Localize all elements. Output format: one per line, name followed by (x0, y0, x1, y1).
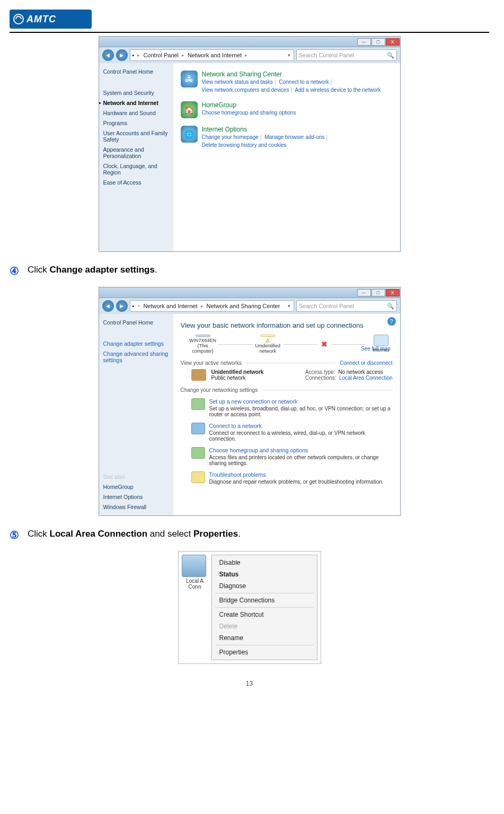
bench-icon (191, 369, 206, 381)
main-panel: 🖧 Network and Sharing Center View networ… (173, 63, 400, 251)
see-full-map-link[interactable]: See full map (361, 346, 391, 352)
network-type: Public network (211, 375, 264, 381)
category-row: 🖧 Network and Sharing Center View networ… (181, 71, 393, 94)
context-menu-item[interactable]: Bridge Connections (212, 594, 317, 606)
task-link[interactable]: Choose homegroup and sharing options (209, 447, 393, 453)
category-title[interactable]: Internet Options (202, 126, 330, 133)
breadcrumb[interactable]: ▪ ▸ Control Panel ▸ Network and Internet… (130, 49, 294, 61)
back-button[interactable]: ◄ (102, 300, 114, 312)
homegroup-sharing-icon (191, 447, 205, 459)
maximize-button[interactable]: □ (372, 38, 385, 46)
sidebar-item[interactable]: Programs (103, 120, 169, 126)
sidebar-item[interactable]: Control Panel Home (103, 68, 169, 75)
breadcrumb-item[interactable]: Network and Internet (143, 303, 197, 309)
minimize-button[interactable]: ─ (357, 289, 371, 296)
context-menu-item[interactable]: Disable (212, 557, 317, 568)
main-panel: ? View your basic network information an… (173, 314, 400, 515)
sidebar-seealso-label: See also (103, 474, 169, 480)
breadcrumb-icon: ▪ (132, 52, 135, 58)
close-button[interactable]: X (386, 38, 400, 46)
sidebar-item[interactable]: System and Security (103, 90, 169, 96)
link[interactable]: View network status and tasks (202, 79, 273, 85)
breadcrumb-sep: ▸ (137, 52, 140, 58)
search-input[interactable]: Search Control Panel 🔍 (296, 49, 397, 61)
header-divider (10, 32, 489, 33)
forward-button[interactable]: ► (116, 300, 128, 312)
category-row: 🌐 Internet Options Change your homepage|… (181, 126, 393, 149)
category-title[interactable]: HomeGroup (202, 101, 296, 109)
sidebar-link-change-adapter[interactable]: Change adapter settings (103, 340, 169, 347)
screenshot-context-menu: Local A Conn DisableStatusDiagnoseBridge… (178, 551, 321, 664)
maximize-button[interactable]: □ (372, 289, 385, 296)
help-icon[interactable]: ? (387, 317, 396, 326)
local-area-connection-link[interactable]: Local Area Connection (339, 375, 393, 381)
main-heading: View your basic network information and … (181, 321, 393, 329)
map-node-unidentified: ⚠ Unidentified network (256, 335, 279, 354)
task-link[interactable]: Set up a new connection or network (209, 398, 393, 405)
context-menu-item[interactable]: Create Shortcut (212, 609, 317, 620)
context-menu-item: Delete (212, 620, 317, 632)
screenshot-network-sharing-center: ─ □ X ◄ ► ▪ « Network and Internet ▸ Net… (99, 287, 401, 516)
sidebar: Control Panel Home System and Security N… (99, 63, 173, 251)
breadcrumb-sep: ▸ (182, 52, 184, 58)
task-row: Choose homegroup and sharing optionsAcce… (191, 447, 393, 466)
connect-disconnect-link[interactable]: Connect or disconnect (340, 360, 393, 366)
context-menu-item[interactable]: Diagnose (212, 580, 317, 592)
forward-button[interactable]: ► (116, 49, 128, 61)
breadcrumb[interactable]: ▪ « Network and Internet ▸ Network and S… (130, 300, 294, 312)
step-5: ⑤ Click Local Area Connection and select… (10, 529, 489, 541)
sidebar-seealso-item[interactable]: HomeGroup (103, 484, 169, 490)
sidebar-item-active[interactable]: Network and Internet (103, 100, 169, 106)
brand-text: AMTC (26, 14, 56, 25)
back-button[interactable]: ◄ (102, 49, 114, 61)
breadcrumb-sep: ▸ (245, 52, 247, 58)
sidebar-item[interactable]: Clock, Language, and Region (103, 163, 169, 176)
task-link[interactable]: Troubleshoot problems (209, 471, 384, 478)
sidebar-item[interactable]: User Accounts and Family Safety (103, 130, 169, 143)
local-area-connection-icon[interactable]: Local A Conn (182, 555, 208, 660)
context-menu-item[interactable]: Rename (212, 632, 317, 644)
close-button[interactable]: X (386, 289, 400, 296)
link[interactable]: Connect to a network (279, 79, 329, 85)
brand-logo: AMTC (10, 10, 92, 29)
breadcrumb-dropdown[interactable]: ▾ (287, 303, 291, 309)
breadcrumb-item[interactable]: Control Panel (143, 52, 179, 58)
sidebar-seealso-item[interactable]: Internet Options (103, 494, 169, 500)
breadcrumb-dropdown[interactable]: ▾ (287, 52, 291, 58)
context-menu-item[interactable]: Properties (212, 646, 317, 658)
category-title[interactable]: Network and Sharing Center (202, 71, 381, 78)
step-text: Click Change adapter settings. (28, 265, 157, 275)
breadcrumb-item[interactable]: Network and Internet (188, 52, 242, 58)
link[interactable]: Manage browser add-ons (264, 134, 324, 140)
breadcrumb-item[interactable]: Network and Sharing Center (207, 303, 280, 309)
page-number: 13 (10, 680, 489, 687)
connection-broken-icon: ✖ (321, 340, 328, 348)
search-input[interactable]: Search Control Panel 🔍 (296, 300, 397, 312)
link[interactable]: View network computers and devices (202, 87, 289, 93)
sidebar-item[interactable]: Ease of Access (103, 179, 169, 186)
link[interactable]: Change your homepage (202, 134, 259, 140)
minimize-button[interactable]: ─ (357, 38, 371, 46)
context-menu-item[interactable]: Status (212, 568, 317, 580)
warning-icon (260, 335, 275, 337)
svg-point-0 (14, 14, 23, 24)
sidebar-item[interactable]: Control Panel Home (103, 319, 169, 326)
task-link[interactable]: Connect to a network (209, 423, 393, 429)
search-placeholder: Search Control Panel (299, 52, 355, 58)
context-menu: DisableStatusDiagnoseBridge ConnectionsC… (211, 555, 317, 660)
sidebar-item[interactable]: Appearance and Personalization (103, 146, 169, 159)
globe-icon (374, 335, 388, 346)
link[interactable]: Choose homegroup and sharing options (202, 110, 296, 116)
computer-icon (196, 335, 210, 337)
link[interactable]: Delete browsing history and cookies (202, 142, 287, 148)
screenshot-control-panel: ─ □ X ◄ ► ▪ ▸ Control Panel ▸ Network an… (99, 36, 401, 252)
sidebar-link-advanced-sharing[interactable]: Change advanced sharing settings (103, 351, 169, 363)
map-node-pc: WIN7X64EN (This computer) (191, 335, 215, 354)
search-icon: 🔍 (387, 303, 394, 310)
link[interactable]: Add a wireless device to the network (295, 87, 381, 93)
window-titlebar: ─ □ X (99, 287, 400, 298)
task-row: Connect to a networkConnect or reconnect… (191, 423, 393, 442)
category-links: View network status and tasks| Connect t… (202, 78, 381, 94)
sidebar-seealso-item[interactable]: Windows Firewall (103, 504, 169, 510)
sidebar-item[interactable]: Hardware and Sound (103, 110, 169, 116)
